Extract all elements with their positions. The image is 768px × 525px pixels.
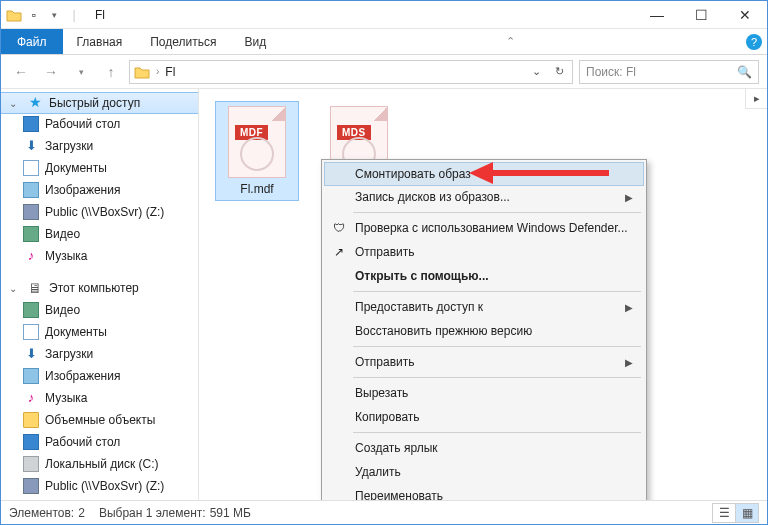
star-icon: ★	[27, 95, 43, 111]
menu-separator	[353, 291, 641, 292]
help-button[interactable]: ?	[741, 29, 767, 54]
recent-dropdown[interactable]: ▾	[69, 60, 93, 84]
sidebar-item[interactable]: ⬇Загрузки	[1, 135, 198, 157]
refresh-button[interactable]: ↻	[551, 65, 568, 78]
menu-item-label: Открыть с помощью...	[355, 269, 489, 283]
menu-separator	[353, 212, 641, 213]
sidebar-item-label: Музыка	[45, 249, 87, 263]
sidebar-item[interactable]: ⬇Загрузки	[1, 343, 198, 365]
menu-item[interactable]: Восстановить прежнюю версию	[325, 319, 643, 343]
status-bar: Элементов: 2 Выбран 1 элемент: 591 МБ ☰ …	[1, 500, 767, 524]
maximize-button[interactable]: ☐	[679, 1, 723, 29]
menu-item[interactable]: ↗Отправить	[325, 240, 643, 264]
menu-item[interactable]: Удалить	[325, 460, 643, 484]
video-icon	[23, 302, 39, 318]
folder-icon[interactable]	[5, 6, 23, 24]
sidebar-item[interactable]: Рабочий стол	[1, 431, 198, 453]
search-icon: 🔍	[737, 65, 752, 79]
menu-item[interactable]: Открыть с помощью...	[325, 264, 643, 288]
file-tab[interactable]: Файл	[1, 29, 63, 54]
up-button[interactable]: ↑	[99, 60, 123, 84]
sidebar-item-label: Этот компьютер	[49, 281, 139, 295]
net-icon	[23, 478, 39, 494]
sidebar-item[interactable]: Рабочий стол	[1, 113, 198, 135]
preview-pane-toggle: ▸	[745, 89, 767, 109]
sidebar-item-label: Рабочий стол	[45, 435, 120, 449]
menu-item-label: Вырезать	[355, 386, 408, 400]
back-button[interactable]: ←	[9, 60, 33, 84]
menu-item[interactable]: Запись дисков из образов...▶	[325, 185, 643, 209]
sel-value: 591 МБ	[210, 506, 251, 520]
share-icon: ↗	[331, 244, 347, 260]
tab-home[interactable]: Главная	[63, 29, 137, 54]
chevron-icon: ⌄	[9, 98, 21, 109]
menu-item-label: Создать ярлык	[355, 441, 438, 455]
menu-item[interactable]: Копировать	[325, 405, 643, 429]
sidebar-item-label: Public (\\VBoxSvr) (Z:)	[45, 205, 164, 219]
file-item[interactable]: MDFFl.mdf	[215, 101, 299, 201]
menu-item[interactable]: Смонтировать образ	[324, 162, 644, 186]
search-box[interactable]: Поиск: Fl 🔍	[579, 60, 759, 84]
menu-item[interactable]: 🛡Проверка с использованием Windows Defen…	[325, 216, 643, 240]
ribbon-collapse[interactable]: ⌃	[498, 29, 524, 54]
sidebar-item[interactable]: Изображения	[1, 179, 198, 201]
music-icon: ♪	[23, 248, 39, 264]
details-view-button[interactable]: ☰	[712, 503, 736, 523]
sidebar-item[interactable]: ♪Музыка	[1, 387, 198, 409]
preview-collapse[interactable]: ▸	[745, 89, 767, 109]
sidebar-item[interactable]: Public (\\VBoxSvr) (Z:)	[1, 475, 198, 497]
icons-view-button[interactable]: ▦	[735, 503, 759, 523]
sidebar-item-label: Быстрый доступ	[49, 96, 140, 110]
folder-icon	[134, 65, 150, 79]
qat-separator: |	[65, 6, 83, 24]
folder-icon	[23, 412, 39, 428]
navigation-pane: ⌄★Быстрый доступРабочий стол⬇ЗагрузкиДок…	[1, 89, 199, 500]
menu-item[interactable]: Вырезать	[325, 381, 643, 405]
submenu-arrow-icon: ▶	[625, 357, 633, 368]
menu-item[interactable]: Отправить▶	[325, 350, 643, 374]
menu-item[interactable]: Предоставить доступ к▶	[325, 295, 643, 319]
menu-item[interactable]: Создать ярлык	[325, 436, 643, 460]
sidebar-item[interactable]: Public (\\VBoxSvr) (Z:)	[1, 201, 198, 223]
address-bar[interactable]: › Fl ⌄ ↻	[129, 60, 573, 84]
sidebar-item[interactable]: Объемные объекты	[1, 409, 198, 431]
sidebar-item[interactable]: Документы	[1, 321, 198, 343]
address-dropdown-icon[interactable]: ⌄	[528, 65, 545, 78]
sidebar-item-label: Локальный диск (C:)	[45, 457, 159, 471]
sidebar-item[interactable]: ⌄🖥Этот компьютер	[1, 277, 198, 299]
file-label: Fl.mdf	[240, 182, 273, 196]
sidebar-item[interactable]: ♪Музыка	[1, 245, 198, 267]
qat-dropdown-icon[interactable]: ▾	[45, 6, 63, 24]
sidebar-item-label: Изображения	[45, 369, 120, 383]
close-button[interactable]: ✕	[723, 1, 767, 29]
sidebar-item[interactable]: Локальный диск (C:)	[1, 453, 198, 475]
drive-icon	[23, 456, 39, 472]
count-value: 2	[78, 506, 85, 520]
sidebar-item[interactable]: Видео	[1, 223, 198, 245]
properties-icon[interactable]: ▫	[25, 6, 43, 24]
sidebar-item[interactable]: Видео	[1, 299, 198, 321]
doc-icon	[23, 324, 39, 340]
sidebar-item-label: Видео	[45, 303, 80, 317]
doc-icon	[23, 160, 39, 176]
breadcrumb[interactable]: Fl	[165, 65, 175, 79]
sidebar-item[interactable]: ⌄★Быстрый доступ	[1, 92, 198, 114]
selection-info: Выбран 1 элемент: 591 МБ	[99, 506, 251, 520]
title-bar: ▫ ▾ | Fl — ☐ ✕	[1, 1, 767, 29]
tab-share[interactable]: Поделиться	[136, 29, 230, 54]
tab-view[interactable]: Вид	[230, 29, 280, 54]
context-menu: Смонтировать образЗапись дисков из образ…	[321, 159, 647, 525]
forward-button[interactable]: →	[39, 60, 63, 84]
window-title: Fl	[95, 8, 105, 22]
sidebar-item-label: Видео	[45, 227, 80, 241]
sidebar-item-label: Изображения	[45, 183, 120, 197]
view-mode-buttons: ☰ ▦	[713, 503, 759, 523]
file-icon: MDF	[228, 106, 286, 178]
sidebar-item[interactable]: Изображения	[1, 365, 198, 387]
menu-item-label: Предоставить доступ к	[355, 300, 483, 314]
navigation-bar: ← → ▾ ↑ › Fl ⌄ ↻ Поиск: Fl 🔍	[1, 55, 767, 89]
menu-item-label: Отправить	[355, 245, 415, 259]
sidebar-item-label: Рабочий стол	[45, 117, 120, 131]
minimize-button[interactable]: —	[635, 1, 679, 29]
sidebar-item[interactable]: Документы	[1, 157, 198, 179]
